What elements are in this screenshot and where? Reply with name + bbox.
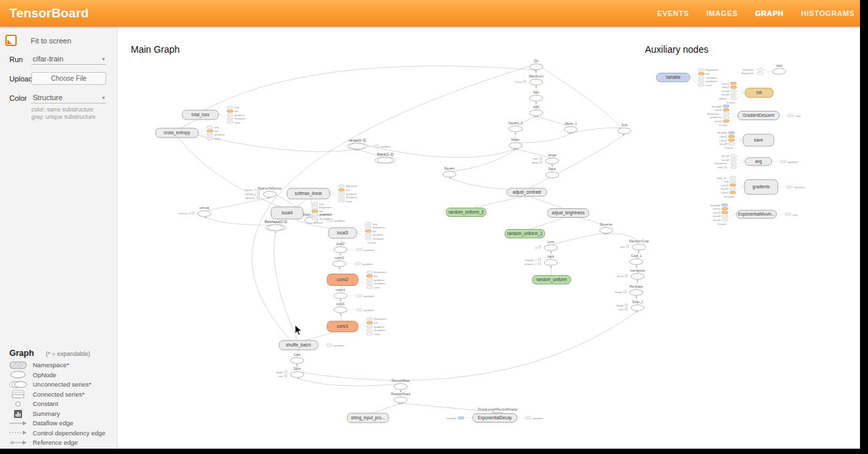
tab-histograms[interactable]: HISTOGRAMS bbox=[801, 9, 855, 17]
svg-text:FixedLengthRecordReader: FixedLengthRecordReader bbox=[478, 407, 518, 411]
svg-text:RandomCrop: RandomCrop bbox=[629, 239, 649, 243]
upload-label: Upload bbox=[9, 75, 31, 83]
svg-text:save: save bbox=[346, 200, 353, 203]
svg-text:local4: local4 bbox=[282, 210, 293, 215]
svg-text:pool2: pool2 bbox=[337, 242, 345, 246]
svg-text:ReaderRead: ReaderRead bbox=[391, 392, 411, 396]
svg-text:conv2: conv2 bbox=[721, 191, 729, 194]
svg-text:softmax_linear: softmax_linear bbox=[295, 191, 322, 196]
tab-graph[interactable]: GRAPH bbox=[755, 9, 784, 17]
legend-item-summary: Summary bbox=[8, 409, 117, 419]
svg-text:Variable: Variable bbox=[666, 75, 681, 79]
svg-text:conv1: conv1 bbox=[337, 324, 349, 328]
svg-text:gradient: gradient bbox=[363, 262, 373, 266]
svg-text:gradient: gradient bbox=[364, 248, 375, 252]
mouse-cursor bbox=[294, 324, 304, 336]
svg-text:begin: begin bbox=[616, 304, 624, 307]
svg-text:total_lo...: total_lo... bbox=[718, 166, 729, 169]
graph-canvas[interactable]: total_lossavginitgradientGradient...save… bbox=[0, 0, 868, 454]
app-title: TensorBoard bbox=[9, 6, 89, 21]
svg-text:SparseToDense: SparseToDense bbox=[258, 186, 282, 190]
svg-text:start: start bbox=[533, 157, 539, 160]
svg-text:gradient: gradient bbox=[381, 145, 391, 148]
tensorboard-app: TensorBoard EVENTS IMAGES GRAPH HISTOGRA… bbox=[0, 0, 864, 451]
svg-text:avg: avg bbox=[214, 126, 220, 129]
svg-text:init: init bbox=[214, 130, 218, 133]
color-select[interactable]: Structure ▾ bbox=[31, 92, 106, 103]
svg-text:Const: Const bbox=[515, 80, 523, 83]
svg-text:Gradient...: Gradient... bbox=[319, 217, 333, 220]
choose-file-button[interactable]: Choose File bbox=[31, 72, 106, 85]
svg-text:Less: Less bbox=[548, 240, 555, 244]
graph-legend: Graph (* = expandable) Namespace* OpNode bbox=[0, 349, 117, 448]
svg-text:conv1: conv1 bbox=[714, 108, 722, 111]
svg-text:gradient: gradient bbox=[788, 160, 799, 164]
svg-text:Squeeze: Squeeze bbox=[346, 184, 358, 188]
svg-text:Gradient...: Gradient... bbox=[742, 68, 756, 71]
svg-text:Exponent...: Exponent... bbox=[706, 68, 720, 71]
svg-text:3 more: 3 more bbox=[718, 222, 727, 226]
svg-text:concat: concat bbox=[200, 206, 210, 210]
svg-text:gradient: gradient bbox=[335, 219, 345, 222]
legend-item-opnode: OpNode bbox=[8, 370, 117, 380]
sidebar: Fit to screen Run cifar-train ▾ Upload C… bbox=[0, 27, 118, 451]
run-label: Run bbox=[9, 55, 31, 63]
svg-text:cross_entropy_per_example: cross_entropy_per_example bbox=[290, 212, 332, 216]
svg-text:gradient: gradient bbox=[374, 278, 385, 282]
svg-text:Rank: Rank bbox=[548, 167, 556, 171]
svg-text:init: init bbox=[706, 72, 710, 75]
svg-text:local3: local3 bbox=[721, 187, 729, 190]
svg-text:init: init bbox=[374, 274, 378, 278]
svg-text:Gradient...: Gradient... bbox=[374, 328, 387, 332]
svg-text:Mean: Mean bbox=[511, 138, 520, 142]
svg-text:random_uniform_1: random_uniform_1 bbox=[507, 231, 543, 236]
svg-text:avg: avg bbox=[724, 180, 729, 183]
svg-text:default_: default_ bbox=[246, 196, 256, 200]
svg-text:ExponentialDecay: ExponentialDecay bbox=[478, 415, 513, 421]
run-select[interactable]: cifar-train ▾ bbox=[31, 53, 106, 65]
svg-text:init: init bbox=[373, 230, 377, 233]
svg-text:step: step bbox=[795, 114, 801, 118]
svg-text:gradients: gradients bbox=[710, 116, 722, 119]
svg-text:Cast_1: Cast_1 bbox=[631, 254, 642, 258]
svg-text:Gradient...: Gradient... bbox=[373, 237, 386, 240]
svg-text:Gradient...: Gradient... bbox=[374, 282, 387, 285]
svg-text:save: save bbox=[234, 121, 241, 124]
svg-text:avg: avg bbox=[793, 213, 798, 216]
svg-text:save: save bbox=[754, 138, 763, 142]
summary-icon bbox=[8, 409, 28, 418]
fit-to-screen-icon[interactable] bbox=[5, 35, 17, 46]
svg-text:Gradient...: Gradient... bbox=[706, 76, 719, 79]
tab-bar: EVENTS IMAGES GRAPH HISTOGRAMS bbox=[657, 0, 855, 27]
svg-text:avg: avg bbox=[319, 202, 324, 206]
svg-text:Div: Div bbox=[533, 59, 539, 63]
tab-events[interactable]: EVENTS bbox=[657, 9, 689, 17]
svg-text:local3: local3 bbox=[722, 154, 730, 158]
window-frame-right bbox=[860, 0, 864, 451]
graph-nodes: total_lossavginitgradientGradient...save… bbox=[156, 59, 807, 423]
svg-text:local4: local4 bbox=[722, 93, 730, 96]
legend-item-control-dependency-edge: Control dependency edge bbox=[8, 428, 117, 438]
chevron-down-icon: ▾ bbox=[102, 56, 105, 62]
svg-text:save: save bbox=[706, 83, 712, 87]
svg-text:Variable: Variable bbox=[447, 417, 457, 420]
svg-text:conv2: conv2 bbox=[720, 139, 728, 142]
svg-text:size: size bbox=[618, 308, 624, 311]
svg-text:Reverse: Reverse bbox=[600, 222, 613, 226]
svg-text:local4: local4 bbox=[713, 218, 721, 222]
fit-to-screen-label[interactable]: Fit to screen bbox=[31, 37, 71, 45]
svg-text:avg: avg bbox=[373, 222, 378, 226]
svg-text:gradient: gradient bbox=[373, 233, 383, 236]
legend-item-connected-series: Connected series* bbox=[8, 389, 117, 399]
svg-text:init: init bbox=[346, 188, 350, 192]
tab-images[interactable]: IMAGES bbox=[706, 9, 738, 17]
svg-text:Exponent...: Exponent... bbox=[374, 270, 389, 274]
color-label: Color bbox=[9, 94, 31, 102]
svg-text:pack: pack bbox=[548, 254, 555, 258]
svg-text:conv2: conv2 bbox=[713, 211, 721, 214]
svg-text:Square_1: Square_1 bbox=[508, 121, 523, 125]
graph-edges bbox=[177, 64, 788, 418]
svg-text:Maximum: Maximum bbox=[529, 74, 544, 78]
svg-text:shape: shape bbox=[614, 290, 622, 294]
svg-text:local3: local3 bbox=[337, 230, 349, 235]
